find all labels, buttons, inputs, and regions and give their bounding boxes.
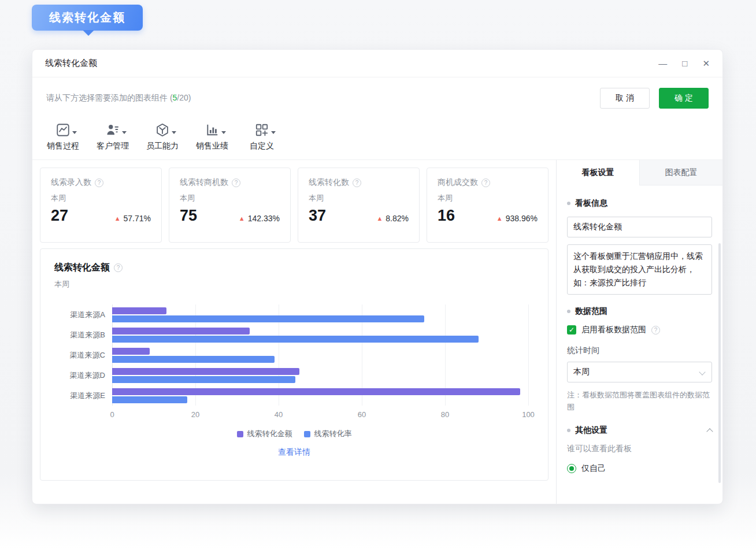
chevron-up-icon[interactable] xyxy=(706,428,713,434)
stat-card-value: 37 xyxy=(309,207,326,225)
stat-card-leads-converted[interactable]: 线索转化数? 本周 37 ▲8.82% xyxy=(298,168,420,243)
bar-group xyxy=(112,365,528,385)
bar-chart: 渠道来源A渠道来源B渠道来源C渠道来源D渠道来源E xyxy=(54,304,534,406)
chart-category-label: 渠道来源D xyxy=(54,365,112,385)
checkbox-checked-icon[interactable]: ✓ xyxy=(567,325,576,335)
bullet-icon xyxy=(567,429,570,432)
stat-card-value: 27 xyxy=(51,207,68,225)
chart-gridline xyxy=(528,304,529,406)
customer-icon xyxy=(105,119,120,138)
stat-card-title: 商机成交数 xyxy=(438,177,478,188)
cancel-button[interactable]: 取 消 xyxy=(600,88,650,109)
bar-线索转化金额 xyxy=(112,348,150,355)
chart-component-toolbar: 销售过程 客户管理 xyxy=(32,114,722,160)
bar-线索转化金额 xyxy=(112,368,299,375)
increase-triangle-icon: ▲ xyxy=(496,215,503,222)
stat-card-value: 16 xyxy=(438,207,455,225)
custom-widget-icon xyxy=(254,119,269,138)
preview-area: 线索录入数? 本周 27 ▲57.71% 线索转商机数? 本周 75 ▲142.… xyxy=(32,160,556,504)
help-icon[interactable]: ? xyxy=(232,179,240,187)
legend-swatch-icon xyxy=(237,431,243,437)
stat-card-period: 本周 xyxy=(51,193,151,203)
stat-card-title: 线索转化数 xyxy=(309,177,349,188)
panel-scrollbar[interactable] xyxy=(718,243,721,483)
settings-panel-body: 看板信息 线索转化金额 这个看板侧重于汇营销应用中，线索从获取到成交的投入产出比… xyxy=(557,185,722,504)
help-icon[interactable]: ? xyxy=(114,263,123,272)
stat-time-select[interactable]: 本周 xyxy=(567,362,712,382)
chart-title: 线索转化金额 xyxy=(54,262,110,274)
tab-board-settings[interactable]: 看板设置 xyxy=(557,160,639,185)
view-details-link[interactable]: 查看详情 xyxy=(54,447,534,458)
toolbar-item-sales-process[interactable]: 销售过程 xyxy=(46,119,80,151)
legend-item[interactable]: 线索转化金额 xyxy=(237,429,292,439)
chart-category-label: 渠道来源A xyxy=(54,304,112,325)
stat-time-label: 统计时间 xyxy=(567,345,712,356)
toolbar-item-label: 自定义 xyxy=(250,141,274,151)
line-chart-icon xyxy=(55,119,71,138)
chevron-down-icon xyxy=(122,131,127,136)
dialog-content: 线索录入数? 本周 27 ▲57.71% 线索转商机数? 本周 75 ▲142.… xyxy=(32,160,722,504)
increase-triangle-icon: ▲ xyxy=(239,215,245,222)
hexagon-radar-icon xyxy=(155,119,170,138)
section-board-info: 看板信息 xyxy=(567,198,712,209)
help-icon[interactable]: ? xyxy=(651,326,660,335)
settings-panel: 看板设置 图表配置 看板信息 线索转化金额 这个看板侧重于汇营销应用中，线索从获… xyxy=(556,160,722,504)
close-icon[interactable]: ✕ xyxy=(702,59,710,68)
stat-cards-row: 线索录入数? 本周 27 ▲57.71% 线索转商机数? 本周 75 ▲142.… xyxy=(40,168,549,243)
board-description-textarea[interactable]: 这个看板侧重于汇营销应用中，线索从获取到成交的投入产出比分析，如：来源投产比排行 xyxy=(567,244,712,295)
maximize-icon[interactable]: □ xyxy=(682,59,687,68)
section-data-range: 数据范围 xyxy=(567,306,712,317)
stat-card-value: 75 xyxy=(180,207,197,225)
conversion-amount-chart-card[interactable]: 线索转化金额 ? 本周 渠道来源A渠道来源B渠道来源C渠道来源D渠道来源E 02… xyxy=(40,248,549,481)
board-name-tag: 线索转化金额 xyxy=(32,5,143,31)
toolbar-item-sales-performance[interactable]: 销售业绩 xyxy=(195,119,229,151)
bar-线索转化金额 xyxy=(112,388,520,395)
stat-card-delta: 938.96% xyxy=(506,214,538,223)
stat-card-title: 线索录入数 xyxy=(51,177,91,188)
increase-triangle-icon: ▲ xyxy=(376,215,383,222)
bar-线索转化率 xyxy=(112,376,295,383)
stat-card-delta: 142.33% xyxy=(248,214,280,223)
chart-plot-area xyxy=(112,304,528,406)
bar-group xyxy=(112,325,528,345)
enable-data-range-checkbox[interactable]: ✓ 启用看板数据范围 ? xyxy=(567,325,712,335)
radio-label: 仅自己 xyxy=(581,463,606,474)
chart-category-labels: 渠道来源A渠道来源B渠道来源C渠道来源D渠道来源E xyxy=(54,304,112,406)
stat-card-leads-entered[interactable]: 线索录入数? 本周 27 ▲57.71% xyxy=(40,168,162,243)
toolbar-item-customer-mgmt[interactable]: 客户管理 xyxy=(96,119,129,151)
toolbar-item-label: 员工能力 xyxy=(146,141,179,151)
stat-card-deals-won[interactable]: 商机成交数? 本周 16 ▲938.96% xyxy=(427,168,549,243)
help-icon[interactable]: ? xyxy=(353,179,361,187)
stat-card-leads-to-opportunity[interactable]: 线索转商机数? 本周 75 ▲142.33% xyxy=(169,168,291,243)
bar-线索转化率 xyxy=(112,336,479,343)
bar-线索转化率 xyxy=(112,315,424,322)
toolbar-item-label: 销售过程 xyxy=(47,141,79,151)
stat-time-value: 本周 xyxy=(573,367,590,377)
board-settings-dialog: 线索转化金额 — □ ✕ 请从下方选择需要添加的图表组件 (5/20) 取 消 … xyxy=(32,49,723,504)
chart-legend: 线索转化金额线索转化率 xyxy=(54,429,534,439)
chevron-down-icon xyxy=(221,131,226,136)
section-other-settings: 其他设置 xyxy=(567,425,712,436)
radio-selected-icon[interactable] xyxy=(567,464,576,473)
chart-category-label: 渠道来源B xyxy=(54,325,112,345)
chevron-down-icon xyxy=(271,131,276,136)
board-name-input[interactable]: 线索转化金额 xyxy=(567,217,712,237)
toolbar-item-custom[interactable]: 自定义 xyxy=(245,119,279,151)
help-icon[interactable]: ? xyxy=(95,179,103,187)
section-title: 看板信息 xyxy=(575,198,607,209)
toolbar-item-staff-ability[interactable]: 员工能力 xyxy=(146,119,179,151)
bar-group xyxy=(112,304,528,325)
legend-swatch-icon xyxy=(304,431,310,437)
dialog-actions: 取 消 确 定 xyxy=(600,88,709,109)
legend-label: 线索转化率 xyxy=(314,429,352,439)
legend-item[interactable]: 线索转化率 xyxy=(304,429,352,439)
confirm-button[interactable]: 确 定 xyxy=(659,88,709,109)
tab-chart-config[interactable]: 图表配置 xyxy=(639,160,722,185)
bar-group xyxy=(112,345,528,365)
visibility-radio-only-me[interactable]: 仅自己 xyxy=(567,463,712,474)
stat-card-title: 线索转商机数 xyxy=(180,177,228,188)
minimize-icon[interactable]: — xyxy=(658,59,667,68)
bar-group xyxy=(112,385,528,406)
help-icon[interactable]: ? xyxy=(481,179,490,187)
dialog-header-row: 请从下方选择需要添加的图表组件 (5/20) 取 消 确 定 xyxy=(32,77,722,114)
